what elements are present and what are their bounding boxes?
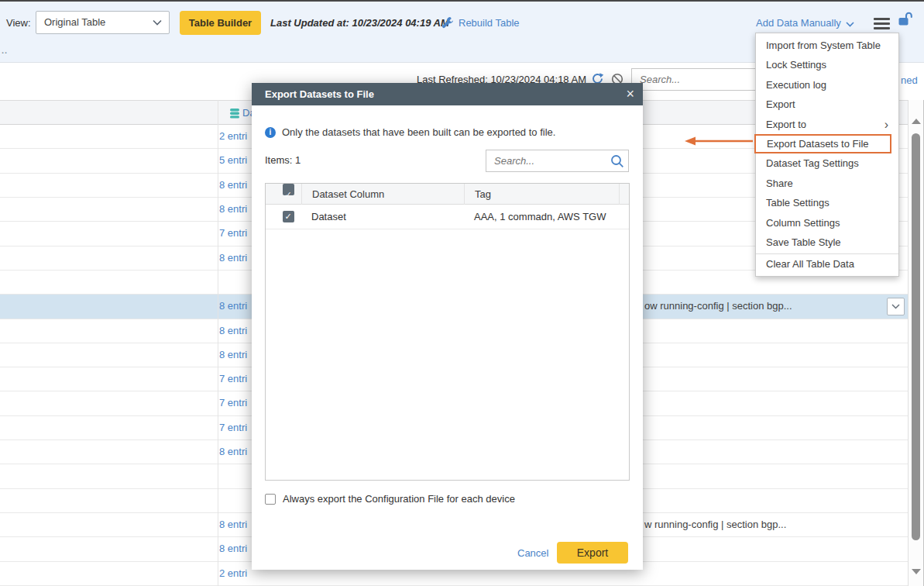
last-updated-text: Last Updated at: 10/23/2024 04:19 AM: [270, 17, 449, 29]
entries-link[interactable]: 8 entri: [219, 519, 247, 530]
menu-item-table-settings[interactable]: Table Settings: [756, 193, 898, 212]
overflow-dots: ..: [2, 46, 8, 55]
unlock-icon[interactable]: [898, 12, 913, 26]
modal-title: Export Datasets to File: [265, 88, 374, 100]
menu-item-execution-log[interactable]: Execution log: [756, 75, 898, 95]
entries-link[interactable]: 7 entri: [219, 373, 247, 384]
add-data-manually-link[interactable]: Add Data Manually: [756, 17, 854, 29]
entries-link[interactable]: 7 entri: [219, 422, 247, 433]
view-label: View:: [6, 17, 31, 29]
select-all-checkbox[interactable]: [283, 184, 294, 195]
always-export-option: Always export the Configuration File for…: [265, 493, 515, 505]
always-export-label: Always export the Configuration File for…: [283, 493, 515, 505]
entries-link[interactable]: 2 entri: [219, 567, 247, 579]
truncated-link[interactable]: ned: [901, 74, 918, 86]
info-message: Only the datasets that have been built c…: [265, 126, 555, 138]
modal-header: Export Datasets to File ×: [252, 83, 643, 105]
column-divider: [218, 100, 218, 586]
app-screen: View: Original Table Table Builder Last …: [0, 0, 924, 586]
items-count: Items: 1: [265, 154, 301, 166]
info-text: Only the datasets that have been built c…: [282, 126, 555, 138]
dataset-column-label: Dataset Column: [301, 184, 464, 205]
menu-item-import-from-system-table[interactable]: Import from System Table: [756, 36, 898, 55]
annotation-arrow: [683, 133, 754, 149]
scroll-up-icon[interactable]: [912, 119, 921, 124]
entries-link[interactable]: 8 entri: [219, 300, 247, 312]
dataset-table: Dataset Column Tag Dataset AAA, 1 commad…: [265, 183, 630, 481]
scroll-down-icon[interactable]: [912, 569, 921, 574]
entries-link[interactable]: 7 entri: [219, 227, 247, 239]
entries-link[interactable]: 8 entri: [219, 543, 247, 554]
modal-body: Only the datasets that have been built c…: [252, 105, 643, 570]
entries-link[interactable]: 8 entri: [219, 325, 247, 336]
entries-link[interactable]: 8 entri: [219, 252, 247, 264]
chevron-right-icon: ›: [884, 115, 888, 134]
info-icon: [265, 127, 276, 138]
chevron-down-icon: [153, 19, 162, 26]
tag-column-label: Tag: [464, 184, 619, 205]
entries-link[interactable]: 5 entri: [219, 154, 247, 166]
menu-item-export[interactable]: Export: [756, 95, 898, 114]
dataset-cell: Dataset: [301, 211, 464, 222]
tag-cell: AAA, 1 commadn, AWS TGW: [464, 211, 619, 222]
export-datasets-modal: Export Datasets to File × Only the datas…: [252, 83, 643, 570]
entries-link[interactable]: 2 entri: [219, 130, 247, 142]
view-select[interactable]: Original Table: [36, 11, 170, 34]
modal-search-input[interactable]: [486, 150, 629, 172]
scrollbar-thumb[interactable]: [912, 133, 920, 540]
chevron-down-icon: [891, 304, 900, 309]
always-export-checkbox[interactable]: [265, 494, 276, 505]
command-text: w running-config | section bgp...: [644, 519, 786, 530]
menu-item-dataset-tag-settings[interactable]: Dataset Tag Settings: [756, 153, 898, 173]
cancel-button[interactable]: Cancel: [517, 547, 548, 559]
export-button[interactable]: Export: [557, 542, 628, 564]
add-data-menu: Import from System Table Lock Settings E…: [755, 33, 899, 277]
rebuild-table-link[interactable]: Rebuild Table: [459, 17, 520, 29]
command-dropdown[interactable]: [887, 298, 905, 315]
view-select-value: Original Table: [44, 16, 105, 28]
dataset-table-header: Dataset Column Tag: [266, 184, 629, 205]
database-icon: [229, 108, 240, 119]
close-icon[interactable]: ×: [626, 83, 634, 105]
menu-item-column-settings[interactable]: Column Settings: [756, 213, 898, 233]
search-icon[interactable]: [610, 154, 624, 168]
vertical-scrollbar[interactable]: [908, 100, 924, 586]
entries-link[interactable]: 8 entri: [219, 179, 247, 191]
row-checkbox[interactable]: [283, 211, 294, 222]
entries-link[interactable]: 8 entri: [219, 349, 247, 360]
menu-item-lock-settings[interactable]: Lock Settings: [756, 55, 898, 74]
entries-link[interactable]: 8 entri: [219, 446, 247, 457]
command-text: ow running-config | section bgp...: [644, 300, 792, 312]
chevron-down-icon: [846, 22, 854, 27]
wrench-icon: [441, 16, 454, 29]
menu-item-export-to[interactable]: Export to›: [756, 115, 898, 134]
menu-item-share[interactable]: Share: [756, 174, 898, 193]
dataset-table-row: Dataset AAA, 1 commadn, AWS TGW: [266, 205, 629, 229]
entries-link[interactable]: 7 entri: [219, 397, 247, 408]
menu-item-export-datasets-to-file[interactable]: Export Datasets to File: [754, 134, 891, 153]
menu-item-save-table-style[interactable]: Save Table Style: [756, 233, 898, 252]
table-builder-button[interactable]: Table Builder: [180, 11, 261, 35]
entries-link[interactable]: 8 entri: [219, 203, 247, 215]
menu-icon[interactable]: [874, 18, 890, 29]
menu-item-clear-all-table-data[interactable]: Clear All Table Data: [756, 253, 898, 273]
